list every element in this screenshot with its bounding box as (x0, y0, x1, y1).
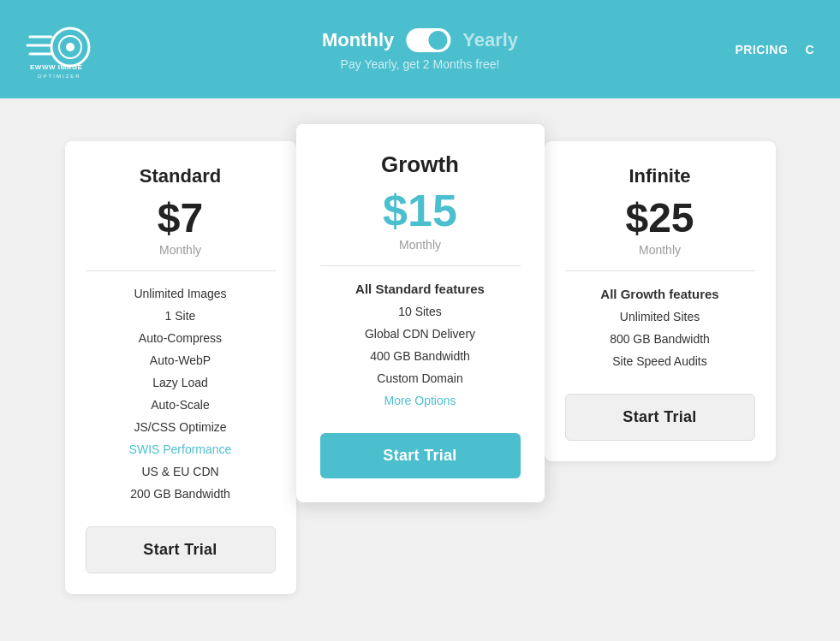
site-header: EWWW IMAGE OPTIMIZER Monthly Yearly Pay … (0, 0, 840, 98)
billing-toggle-area: Monthly Yearly Pay Yearly, get 2 Months … (322, 28, 518, 71)
billing-toggle[interactable] (406, 28, 450, 52)
infinite-period: Monthly (639, 243, 681, 257)
growth-period: Monthly (399, 238, 441, 252)
yearly-promo-text: Pay Yearly, get 2 Months free! (341, 57, 500, 71)
feature-item[interactable]: SWIS Performance (129, 442, 232, 456)
nav-pricing[interactable]: PRICING (736, 43, 789, 56)
feature-item: 1 Site (165, 309, 196, 323)
card-standard: Standard$7MonthlyUnlimited Images1 SiteA… (65, 141, 296, 594)
feature-item: US & EU CDN (141, 465, 218, 478)
feature-item: 400 GB Bandwidth (370, 349, 470, 363)
infinite-divider (565, 270, 755, 271)
standard-title: Standard (140, 165, 221, 187)
logo-icon: EWWW IMAGE OPTIMIZER (26, 20, 103, 80)
feature-item: Custom Domain (377, 371, 462, 385)
feature-item: 10 Sites (398, 305, 442, 318)
feature-item: Auto-Scale (151, 398, 209, 412)
svg-point-2 (66, 43, 74, 51)
feature-item[interactable]: More Options (384, 394, 456, 407)
standard-price: $7 (158, 194, 203, 241)
feature-item: Site Speed Audits (612, 354, 707, 368)
growth-start-trial-button[interactable]: Start Trial (320, 433, 521, 478)
feature-item: JS/CSS Optimize (134, 420, 226, 434)
toggle-knob (428, 31, 447, 50)
nav-other[interactable]: C (805, 43, 814, 56)
growth-divider (320, 265, 521, 266)
infinite-title: Infinite (629, 165, 690, 187)
standard-features: Unlimited Images1 SiteAuto-CompressAuto-… (86, 287, 276, 501)
growth-price: $15 (383, 185, 457, 236)
feature-item: All Growth features (600, 287, 718, 301)
svg-text:EWWW IMAGE: EWWW IMAGE (30, 63, 83, 71)
infinite-features: All Growth featuresUnlimited Sites800 GB… (565, 287, 755, 368)
standard-start-trial-button[interactable]: Start Trial (86, 526, 276, 573)
monthly-label: Monthly (322, 29, 394, 51)
card-growth: Growth$15MonthlyAll Standard features10 … (296, 124, 545, 502)
card-infinite: Infinite$25MonthlyAll Growth featuresUnl… (545, 141, 776, 461)
feature-item: Auto-WebP (150, 353, 211, 367)
feature-item: 200 GB Bandwidth (130, 487, 230, 501)
header-nav: PRICING C (736, 43, 814, 56)
feature-item: All Standard features (355, 282, 485, 296)
feature-item: Lazy Load (152, 376, 208, 389)
infinite-start-trial-button[interactable]: Start Trial (565, 394, 755, 441)
feature-item: Unlimited Images (134, 287, 226, 300)
growth-features: All Standard features10 SitesGlobal CDN … (320, 282, 521, 407)
feature-item: Global CDN Delivery (365, 327, 475, 341)
yearly-label: Yearly (462, 29, 518, 51)
growth-title: Growth (381, 151, 459, 178)
feature-item: 800 GB Bandwidth (610, 332, 710, 346)
feature-item: Auto-Compress (139, 331, 222, 345)
standard-divider (86, 270, 276, 271)
pricing-cards-container: Standard$7MonthlyUnlimited Images1 SiteA… (34, 124, 806, 594)
pricing-section: Standard$7MonthlyUnlimited Images1 SiteA… (0, 98, 840, 641)
infinite-price: $25 (625, 194, 694, 241)
svg-text:OPTIMIZER: OPTIMIZER (38, 74, 81, 79)
feature-item: Unlimited Sites (620, 310, 700, 323)
standard-period: Monthly (159, 243, 201, 257)
logo-area: EWWW IMAGE OPTIMIZER (26, 20, 103, 80)
